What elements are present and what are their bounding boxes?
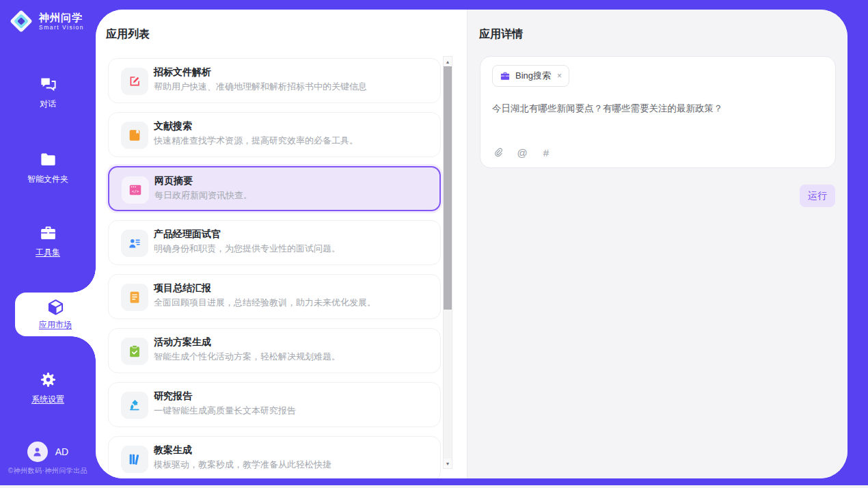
scroll-up-button[interactable]: ▲	[444, 57, 452, 66]
app-name: 教案生成	[154, 444, 192, 457]
sidebar-item-toolkit[interactable]: 工具集	[0, 223, 96, 258]
app-name: 研究报告	[154, 390, 192, 403]
app-description: 智能生成个性化活动方案，轻松解决规划难题。	[154, 351, 431, 363]
app-description: 全面回顾项目进展，总结经验教训，助力未来优化发展。	[154, 297, 431, 309]
sidebar-item-label: 系统设置	[31, 394, 64, 405]
svg-text:</>: </>	[132, 189, 139, 193]
tool-chip-bing-search[interactable]: Bing搜索 ×	[492, 65, 569, 87]
app-card[interactable]: 活动方案生成智能生成个性化活动方案，轻松解决规划难题。	[108, 328, 441, 373]
scrollbar-thumb[interactable]	[444, 66, 452, 310]
copyright-footer: ©神州数码·神州问学出品	[0, 466, 96, 476]
app-name: 项目总结汇报	[154, 282, 211, 295]
microscope-icon	[121, 392, 148, 419]
scroll-down-button[interactable]: ▼	[444, 459, 452, 468]
app-detail-title: 应用详情	[479, 27, 523, 42]
avatar	[27, 442, 48, 462]
prompt-card: Bing搜索 × 今日湖北有哪些新闻要点？有哪些需要关注的最新政策？ @#	[480, 56, 836, 168]
app-name: 活动方案生成	[154, 336, 211, 349]
sidebar-item-label: 应用市场	[39, 319, 72, 331]
scrollbar[interactable]: ▲ ▼	[443, 56, 452, 469]
tool-chip-label: Bing搜索	[515, 70, 551, 82]
app-list-title: 应用列表	[106, 27, 150, 42]
app-description: 明确身份和职责，为您提供专业性的面试问题。	[154, 243, 431, 255]
app-list: 招标文件解析帮助用户快速、准确地理解和解析招标书中的关键信息文献搜索快速精准查找…	[108, 58, 441, 478]
chat-icon	[39, 75, 57, 94]
sidebar-item-chat[interactable]: 对话	[0, 75, 96, 110]
app-card[interactable]: 文献搜索快速精准查找学术资源，提高研究效率的必备工具。	[108, 112, 441, 157]
paperclip-icon[interactable]	[492, 146, 504, 159]
sidebar-item-label: 对话	[40, 98, 56, 110]
sidebar-item-label: 工具集	[36, 247, 60, 258]
sidebar-nav: 对话智能文件夹工具集应用市场系统设置	[0, 0, 96, 485]
toolbox-icon	[39, 223, 57, 242]
browser-code-icon: </>	[122, 176, 149, 204]
app-description: 帮助用户快速、准确地理解和解析招标书中的关键信息	[154, 81, 431, 93]
sidebar-item-smart-folder[interactable]: 智能文件夹	[0, 150, 96, 185]
sidebar: 神州问学 Smart Vision 对话智能文件夹工具集应用市场系统设置 AD …	[0, 0, 96, 485]
sidebar-item-app-market[interactable]: 应用市场	[15, 293, 96, 336]
user-name: AD	[55, 446, 68, 457]
report-note-icon	[121, 284, 148, 311]
hash-icon[interactable]: #	[540, 146, 552, 159]
app-list-panel: 应用列表 招标文件解析帮助用户快速、准确地理解和解析招标书中的关键信息文献搜索快…	[96, 10, 467, 478]
app-card[interactable]: 教案生成模板驱动，教案秒成，教学准备从此轻松快捷	[108, 436, 441, 478]
cube-icon	[46, 298, 65, 316]
sidebar-item-label: 智能文件夹	[27, 174, 68, 185]
app-description: 快速精准查找学术资源，提高研究效率的必备工具。	[154, 135, 431, 147]
user-account[interactable]: AD	[0, 442, 96, 462]
run-button[interactable]: 运行	[800, 185, 835, 207]
app-card[interactable]: 招标文件解析帮助用户快速、准确地理解和解析招标书中的关键信息	[108, 58, 441, 103]
app-name: 文献搜索	[154, 120, 192, 133]
app-name: 产品经理面试官	[154, 228, 221, 241]
sidebar-item-settings[interactable]: 系统设置	[0, 370, 96, 405]
folder-icon	[39, 150, 57, 169]
interviewer-icon	[121, 230, 148, 257]
main-content: 应用列表 招标文件解析帮助用户快速、准确地理解和解析招标书中的关键信息文献搜索快…	[96, 10, 847, 478]
close-icon[interactable]: ×	[557, 71, 562, 81]
at-icon[interactable]: @	[516, 146, 528, 159]
app-card[interactable]: 项目总结汇报全面回顾项目进展，总结经验教训，助力未来优化发展。	[108, 274, 441, 319]
book-icon	[121, 122, 148, 149]
gear-icon	[39, 370, 57, 389]
app-description: 模板驱动，教案秒成，教学准备从此轻松快捷	[154, 459, 431, 471]
app-card[interactable]: </>网页摘要每日政府新闻资讯快查。	[108, 166, 441, 211]
app-name: 网页摘要	[154, 175, 193, 187]
books-icon	[121, 446, 148, 473]
app-description: 每日政府新闻资讯快查。	[154, 189, 431, 202]
app-name: 招标文件解析	[154, 66, 211, 79]
app-window: 神州问学 Smart Vision 对话智能文件夹工具集应用市场系统设置 AD …	[0, 0, 868, 488]
edit-document-icon	[121, 68, 148, 95]
briefcase-icon	[500, 70, 511, 81]
app-card[interactable]: 研究报告一键智能生成高质量长文本研究报告	[108, 382, 441, 427]
clipboard-check-icon	[121, 338, 148, 365]
app-detail-panel: 应用详情 Bing搜索 × 今日湖北有哪些新闻要点？有哪些需要关注的最新政策？ …	[467, 10, 847, 478]
query-text[interactable]: 今日湖北有哪些新闻要点？有哪些需要关注的最新政策？	[492, 102, 825, 116]
app-card[interactable]: 产品经理面试官明确身份和职责，为您提供专业性的面试问题。	[108, 220, 441, 265]
composer-toolbar: @#	[492, 146, 552, 159]
app-description: 一键智能生成高质量长文本研究报告	[154, 405, 431, 417]
